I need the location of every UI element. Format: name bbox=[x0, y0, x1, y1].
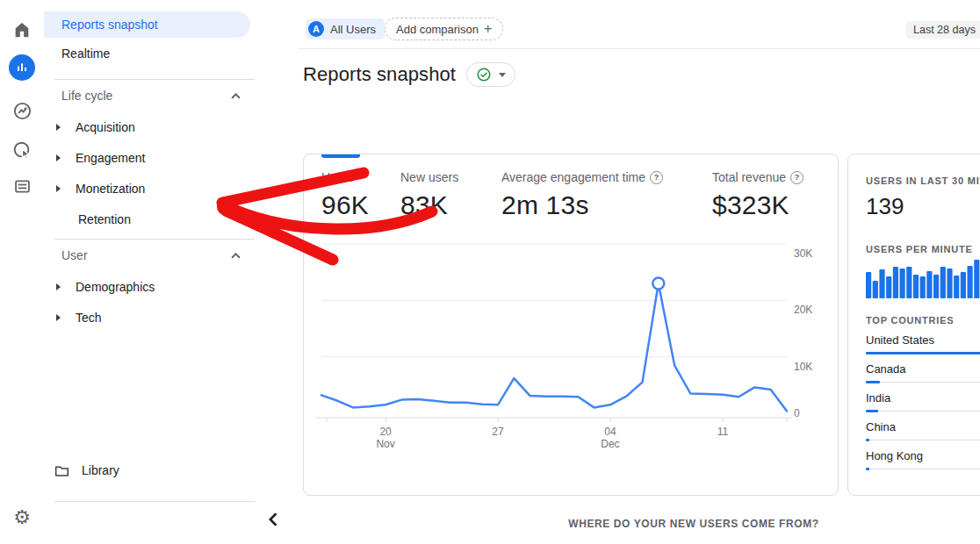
country-name: Hong Kong bbox=[866, 449, 980, 462]
sidebar-sections: Life cycleAcquisitionEngagementMonetizat… bbox=[44, 80, 272, 333]
svg-text:20K: 20K bbox=[794, 304, 812, 316]
icon-rail: ⚙ bbox=[0, 0, 45, 544]
expand-arrow-icon[interactable] bbox=[56, 154, 61, 161]
metric-tab-users[interactable]: Users 96K bbox=[321, 170, 369, 220]
sidebar-item-label: Reports snapshot bbox=[61, 18, 158, 32]
sidebar-item-demographics[interactable]: Demographics bbox=[44, 271, 272, 302]
date-range-selector[interactable]: Last 28 days bbox=[906, 21, 980, 39]
sidebar-item-label: Tech bbox=[76, 311, 102, 325]
nav-drawer: Reports snapshot Realtime Life cycleAcqu… bbox=[44, 0, 272, 544]
add-comparison-label: Add comparison bbox=[396, 23, 479, 36]
country-name: China bbox=[866, 420, 980, 433]
help-icon[interactable]: ? bbox=[790, 171, 803, 184]
metric-value: 96K bbox=[321, 190, 369, 220]
nav-section-header-life-cycle[interactable]: Life cycle bbox=[44, 80, 272, 111]
help-icon[interactable]: ? bbox=[650, 171, 663, 184]
metric-label: New users bbox=[400, 170, 458, 184]
country-value-bar bbox=[866, 410, 980, 412]
sidebar-item-label: Acquisition bbox=[76, 120, 135, 134]
sidebar-item-retention[interactable]: Retention bbox=[44, 204, 272, 234]
svg-text:20: 20 bbox=[379, 426, 392, 438]
realtime-card: USERS IN LAST 30 MIN 139 USERS PER MINUT… bbox=[847, 154, 980, 496]
realtime-header: USERS IN LAST 30 MIN bbox=[866, 175, 980, 186]
sidebar-item-label: Retention bbox=[78, 212, 131, 226]
country-value-bar bbox=[866, 439, 980, 441]
admin-gear-icon[interactable]: ⚙ bbox=[0, 507, 44, 528]
country-name: United States bbox=[866, 333, 980, 347]
metric-label: Users bbox=[321, 170, 354, 184]
nav-section-title: User bbox=[61, 248, 88, 262]
expand-arrow-icon[interactable] bbox=[56, 124, 61, 131]
country-value-bar bbox=[866, 352, 980, 354]
check-circle-icon bbox=[476, 67, 492, 82]
metric-value: $323K bbox=[712, 190, 803, 220]
metric-value: 83K bbox=[400, 190, 458, 220]
main-content: A All Users Add comparison + Last 28 day… bbox=[272, 0, 980, 544]
plus-icon: + bbox=[484, 22, 492, 36]
users-per-minute-header: USERS PER MINUTE bbox=[866, 244, 973, 254]
sidebar-item-label: Demographics bbox=[76, 280, 155, 294]
svg-text:Dec: Dec bbox=[601, 438, 619, 450]
folder-icon bbox=[54, 464, 69, 477]
home-icon[interactable] bbox=[0, 19, 44, 40]
divider bbox=[54, 501, 255, 502]
reports-bar-chart-icon bbox=[9, 54, 35, 81]
sidebar-item-label: Realtime bbox=[61, 47, 110, 61]
svg-text:04: 04 bbox=[604, 426, 616, 438]
report-status-dropdown[interactable] bbox=[466, 62, 515, 87]
users-line-chart[interactable]: 30K20K10K020Nov2704Dec11 bbox=[304, 238, 839, 455]
country-row: China bbox=[866, 420, 980, 441]
metric-tab-total-revenue[interactable]: Total revenue ? $323K bbox=[712, 170, 803, 220]
explore-icon[interactable] bbox=[0, 100, 44, 121]
add-comparison-button[interactable]: Add comparison + bbox=[385, 18, 503, 40]
caret-down-icon bbox=[499, 73, 506, 77]
active-metric-tab-indicator bbox=[321, 154, 360, 158]
metric-value: 2m 13s bbox=[501, 190, 663, 220]
sidebar-item-engagement[interactable]: Engagement bbox=[44, 142, 272, 173]
top-countries-header: TOP COUNTRIES bbox=[866, 315, 954, 326]
chevron-up-icon bbox=[231, 252, 241, 259]
divider bbox=[299, 48, 980, 49]
section-heading: WHERE DO YOUR NEW USERS COME FROM? bbox=[408, 518, 979, 530]
advertising-icon[interactable] bbox=[0, 140, 44, 161]
segment-avatar: A bbox=[308, 21, 324, 37]
country-value-bar bbox=[866, 468, 980, 470]
date-range-area: Last 28 days N bbox=[906, 21, 980, 39]
segment-chip-all-users[interactable]: A All Users bbox=[306, 18, 385, 39]
sidebar-item-reports-snapshot[interactable]: Reports snapshot bbox=[44, 11, 250, 38]
svg-text:0: 0 bbox=[794, 407, 800, 419]
metric-label: Average engagement time bbox=[501, 170, 645, 184]
sidebar-item-library[interactable]: Library bbox=[54, 463, 119, 477]
expand-arrow-icon[interactable] bbox=[56, 185, 61, 192]
report-library-list-icon[interactable] bbox=[0, 175, 44, 197]
library-label: Library bbox=[82, 463, 119, 477]
svg-text:10K: 10K bbox=[794, 361, 812, 373]
sidebar-item-acquisition[interactable]: Acquisition bbox=[44, 111, 272, 142]
chevron-up-icon bbox=[231, 92, 241, 99]
users-per-minute-bar-chart bbox=[866, 260, 980, 300]
metric-tab-new-users[interactable]: New users 83K bbox=[400, 170, 458, 220]
page-title: Reports snapshot bbox=[303, 63, 456, 86]
country-row: Canada bbox=[866, 362, 980, 383]
ga4-reports-snapshot-screen: ⚙ Reports snapshot Realtime Life cycleAc… bbox=[0, 0, 980, 544]
sidebar-item-monetization[interactable]: Monetization bbox=[44, 173, 272, 204]
country-row: Hong Kong bbox=[866, 449, 980, 470]
top-countries-list: United StatesCanadaIndiaChinaHong Kong bbox=[866, 333, 980, 478]
expand-arrow-icon[interactable] bbox=[56, 283, 61, 290]
country-row: India bbox=[866, 391, 980, 412]
metric-tab-avg-engagement-time[interactable]: Average engagement time ? 2m 13s bbox=[501, 170, 663, 220]
metric-label: Total revenue bbox=[712, 170, 786, 184]
realtime-user-count: 139 bbox=[866, 193, 904, 220]
sidebar-item-realtime[interactable]: Realtime bbox=[44, 38, 272, 69]
expand-arrow-icon[interactable] bbox=[56, 314, 61, 321]
nav-section-header-user[interactable]: User bbox=[44, 240, 272, 271]
country-row: United States bbox=[866, 333, 980, 354]
svg-text:27: 27 bbox=[492, 426, 504, 438]
sidebar-item-label: Engagement bbox=[76, 151, 145, 165]
reports-nav-icon[interactable] bbox=[0, 54, 44, 81]
country-name: India bbox=[866, 391, 980, 404]
sidebar-item-label: Monetization bbox=[76, 182, 145, 196]
overview-metrics-card: Users 96K New users 83K Average engageme… bbox=[303, 154, 839, 496]
country-name: Canada bbox=[866, 362, 980, 376]
sidebar-item-tech[interactable]: Tech bbox=[44, 302, 272, 333]
